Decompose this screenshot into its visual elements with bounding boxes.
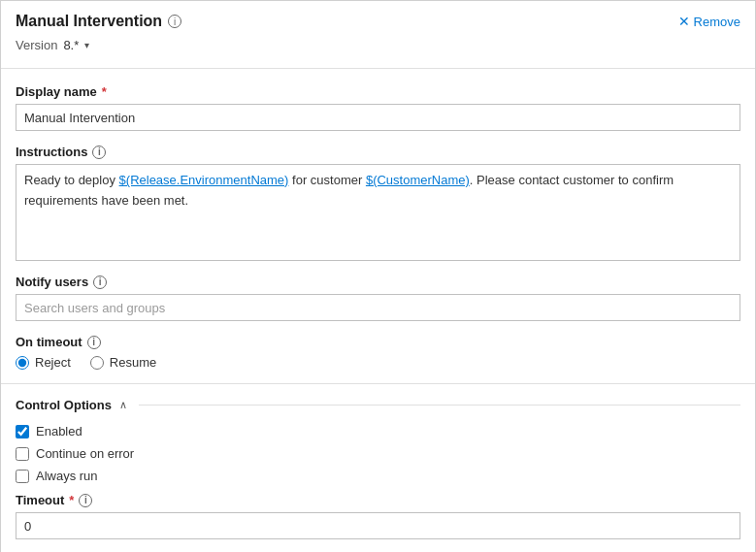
- always-run-checkbox[interactable]: [16, 470, 29, 483]
- instructions-text-between: for customer: [288, 173, 365, 187]
- instructions-content[interactable]: Ready to deploy $(Release.EnvironmentNam…: [16, 164, 740, 261]
- notify-users-search-input[interactable]: [16, 294, 740, 321]
- control-options-section: Control Options ∧ Enabled Continue on er…: [16, 398, 740, 539]
- instructions-link2[interactable]: $(CustomerName): [366, 173, 470, 187]
- enabled-label: Enabled: [36, 424, 82, 438]
- on-timeout-reject-label: Reject: [35, 355, 71, 370]
- continue-on-error-label: Continue on error: [36, 446, 134, 461]
- timeout-required: *: [69, 493, 74, 507]
- notify-users-label: Notify users i: [16, 275, 740, 289]
- on-timeout-radio-group: Reject Resume: [16, 355, 740, 370]
- panel-header: Manual Intervention i ✕ Remove: [16, 13, 740, 30]
- enabled-checkbox[interactable]: [16, 425, 29, 438]
- instructions-text-before-link1: Ready to deploy: [24, 173, 119, 187]
- remove-button[interactable]: ✕ Remove: [678, 14, 740, 29]
- on-timeout-resume-radio[interactable]: [90, 356, 104, 370]
- display-name-required: *: [102, 84, 107, 99]
- always-run-option[interactable]: Always run: [16, 469, 740, 483]
- display-name-section: Display name *: [16, 84, 740, 131]
- notify-users-section: Notify users i: [16, 275, 740, 321]
- timeout-label: Timeout * i: [16, 493, 740, 507]
- always-run-label: Always run: [36, 469, 98, 483]
- manual-intervention-panel: Manual Intervention i ✕ Remove Version 8…: [0, 0, 756, 552]
- on-timeout-reject-option[interactable]: Reject: [16, 355, 71, 370]
- control-options-divider: [1, 383, 755, 384]
- version-value: 8.*: [63, 38, 79, 52]
- panel-title: Manual Intervention: [16, 13, 162, 30]
- control-options-collapse-icon[interactable]: ∧: [119, 399, 127, 411]
- instructions-section: Instructions i Ready to deploy $(Release…: [16, 145, 740, 261]
- control-options-title: Control Options: [16, 398, 112, 412]
- notify-users-info-icon[interactable]: i: [93, 276, 107, 289]
- version-label: Version: [16, 38, 57, 52]
- timeout-info-icon[interactable]: i: [79, 494, 92, 507]
- continue-on-error-option[interactable]: Continue on error: [16, 446, 740, 461]
- on-timeout-resume-option[interactable]: Resume: [90, 355, 156, 370]
- version-chevron-icon[interactable]: ▾: [84, 40, 89, 50]
- instructions-label: Instructions i: [16, 145, 740, 159]
- continue-on-error-checkbox[interactable]: [16, 447, 29, 461]
- remove-x-icon: ✕: [678, 14, 690, 29]
- instructions-info-icon[interactable]: i: [92, 146, 106, 159]
- header-left: Manual Intervention i: [16, 13, 181, 30]
- control-options-header: Control Options ∧: [16, 398, 740, 412]
- remove-label: Remove: [694, 15, 740, 29]
- header-divider: [1, 68, 755, 69]
- instructions-wrapper: Ready to deploy $(Release.EnvironmentNam…: [16, 164, 740, 261]
- on-timeout-reject-radio[interactable]: [16, 356, 29, 370]
- timeout-input[interactable]: [16, 512, 740, 539]
- on-timeout-label: On timeout i: [16, 335, 740, 349]
- display-name-label: Display name *: [16, 84, 740, 99]
- enabled-option[interactable]: Enabled: [16, 424, 740, 438]
- control-options-header-line: [139, 405, 740, 406]
- on-timeout-section: On timeout i Reject Resume: [16, 335, 740, 370]
- on-timeout-info-icon[interactable]: i: [87, 336, 101, 349]
- instructions-link1[interactable]: $(Release.EnvironmentName): [119, 173, 289, 187]
- display-name-input[interactable]: [16, 104, 740, 131]
- version-row: Version 8.* ▾: [16, 38, 740, 52]
- timeout-section: Timeout * i: [16, 493, 740, 539]
- title-info-icon[interactable]: i: [168, 15, 181, 28]
- on-timeout-resume-label: Resume: [110, 355, 156, 370]
